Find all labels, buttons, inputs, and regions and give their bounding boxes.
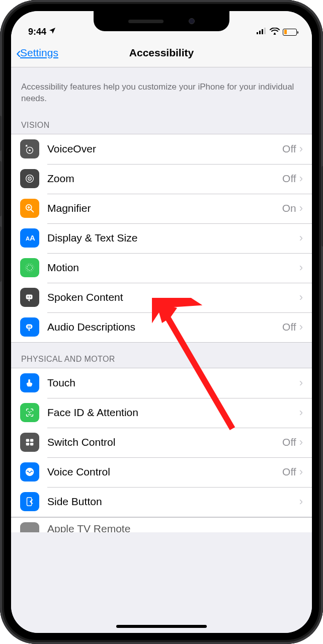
row-zoom[interactable]: Zoom Off ›: [11, 164, 312, 194]
chevron-right-icon: ›: [299, 495, 303, 508]
magnifier-icon: [20, 199, 39, 218]
apple-tv-remote-icon: [20, 522, 39, 532]
accessibility-description: Accessibility features help you customiz…: [11, 67, 312, 109]
row-label: Audio Descriptions: [47, 321, 282, 333]
text-size-icon: AA: [20, 228, 39, 248]
wifi-icon: [270, 27, 280, 37]
phone-frame: 9:44 ‹ Settings Accessibility: [0, 0, 323, 644]
svg-text:99: 99: [27, 325, 31, 329]
row-label: Side Button: [47, 496, 299, 508]
svg-rect-27: [26, 443, 29, 446]
location-icon: [48, 27, 56, 37]
chevron-right-icon: ›: [299, 291, 303, 304]
spoken-content-icon: [20, 288, 39, 307]
touch-icon: [20, 373, 39, 392]
row-label: Apple TV Remote: [47, 523, 303, 532]
row-touch[interactable]: Touch ›: [11, 368, 312, 398]
row-value: Off: [282, 436, 296, 448]
row-label: Touch: [47, 377, 299, 389]
switch-control-icon: [20, 433, 39, 452]
row-motion[interactable]: Motion ›: [11, 253, 312, 283]
row-value: Off: [282, 173, 296, 185]
svg-point-29: [26, 468, 34, 476]
svg-rect-3: [264, 28, 266, 34]
row-label: Motion: [47, 262, 299, 274]
row-face-id[interactable]: Face ID & Attention ›: [11, 398, 312, 428]
row-label: Spoken Content: [47, 291, 299, 303]
svg-point-23: [28, 412, 29, 413]
row-label: Switch Control: [47, 436, 282, 448]
svg-text:A: A: [30, 233, 35, 242]
vision-group: VoiceOver Off › Zoom Off › Magni: [11, 134, 312, 343]
row-label: Face ID & Attention: [47, 407, 299, 419]
voiceover-icon: [20, 139, 39, 158]
voice-control-icon: [20, 462, 39, 481]
svg-point-20: [30, 296, 31, 297]
home-indicator[interactable]: [116, 625, 207, 628]
mute-switch: [0, 116, 2, 151]
volume-up-button: [0, 161, 2, 216]
svg-rect-2: [262, 29, 263, 34]
row-value: Off: [282, 466, 296, 478]
chevron-right-icon: ›: [299, 261, 303, 274]
svg-rect-28: [30, 443, 33, 446]
motion-icon: [20, 258, 39, 277]
svg-rect-26: [30, 439, 33, 442]
side-button-icon: [20, 492, 39, 511]
row-label: Voice Control: [47, 466, 282, 478]
svg-point-24: [31, 412, 32, 413]
row-label: Zoom: [47, 173, 282, 185]
chevron-right-icon: ›: [299, 436, 303, 449]
svg-rect-18: [26, 295, 33, 299]
chevron-right-icon: ›: [299, 406, 303, 419]
row-audio-descriptions[interactable]: 99 Audio Descriptions Off ›: [11, 312, 312, 342]
row-apple-tv-remote[interactable]: Apple TV Remote: [11, 517, 312, 532]
chevron-right-icon: ›: [299, 465, 303, 478]
zoom-icon: [20, 169, 39, 188]
section-header-vision: VISION: [11, 109, 312, 134]
chevron-right-icon: ›: [299, 320, 303, 334]
volume-down-button: [0, 226, 2, 282]
cellular-icon: [257, 27, 267, 37]
back-label: Settings: [20, 47, 58, 59]
chevron-right-icon: ›: [299, 231, 303, 245]
svg-text:A: A: [26, 235, 30, 242]
svg-point-4: [274, 33, 275, 34]
row-label: VoiceOver: [47, 143, 282, 155]
row-display-text-size[interactable]: AA Display & Text Size ›: [11, 223, 312, 253]
row-voice-control[interactable]: Voice Control Off ›: [11, 457, 312, 487]
svg-point-16: [27, 265, 33, 271]
battery-icon: [283, 29, 297, 36]
svg-rect-25: [26, 439, 29, 442]
chevron-right-icon: ›: [299, 376, 303, 389]
audio-descriptions-icon: 99: [20, 317, 39, 337]
row-label: Magnifier: [47, 202, 282, 214]
row-switch-control[interactable]: Switch Control Off ›: [11, 428, 312, 457]
settings-content[interactable]: Accessibility features help you customiz…: [11, 67, 312, 633]
svg-rect-1: [259, 31, 261, 34]
row-magnifier[interactable]: Magnifier On ›: [11, 194, 312, 223]
row-label: Display & Text Size: [47, 232, 299, 244]
row-side-button[interactable]: Side Button ›: [11, 487, 312, 517]
svg-rect-0: [257, 32, 258, 34]
face-id-icon: [20, 403, 39, 422]
status-time: 9:44: [28, 27, 46, 37]
physical-group: Touch › Face ID & Attention › Switch Con…: [11, 368, 312, 517]
row-spoken-content[interactable]: Spoken Content ›: [11, 283, 312, 312]
svg-point-6: [29, 149, 31, 151]
row-value: On: [282, 202, 296, 214]
row-voiceover[interactable]: VoiceOver Off ›: [11, 134, 312, 164]
nav-bar: ‹ Settings Accessibility: [11, 38, 312, 67]
svg-point-9: [29, 178, 30, 179]
svg-rect-30: [27, 498, 32, 506]
svg-point-19: [28, 296, 29, 297]
chevron-right-icon: ›: [299, 172, 303, 185]
back-button[interactable]: ‹ Settings: [11, 44, 58, 61]
chevron-right-icon: ›: [299, 202, 303, 215]
row-value: Off: [282, 321, 296, 333]
row-value: Off: [282, 143, 296, 155]
notch: [94, 11, 229, 31]
section-header-physical: PHYSICAL AND MOTOR: [11, 343, 312, 368]
chevron-right-icon: ›: [299, 142, 303, 155]
svg-line-11: [31, 210, 33, 212]
